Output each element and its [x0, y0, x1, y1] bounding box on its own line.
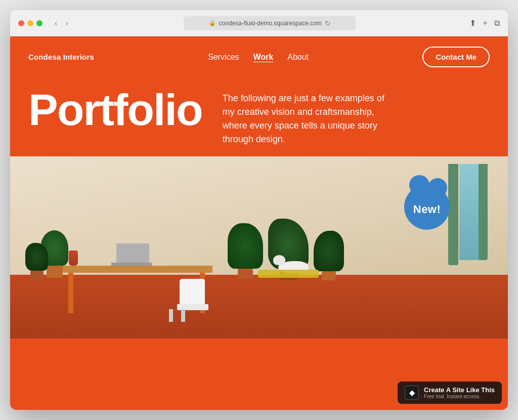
address-bar: 🔒 condesa-fluid-demo.squarespace.com ↻	[76, 16, 463, 30]
lock-icon: 🔒	[209, 20, 216, 26]
minimize-button[interactable]	[27, 20, 33, 26]
browser-chrome: ‹ › 🔒 condesa-fluid-demo.squarespace.com…	[10, 10, 508, 36]
url-text: condesa-fluid-demo.squarespace.com	[219, 20, 322, 27]
tabs-button[interactable]: ⧉	[494, 18, 500, 28]
forward-button[interactable]: ›	[63, 18, 70, 29]
window	[452, 164, 485, 265]
squarespace-icon: ◆	[405, 386, 419, 400]
squarespace-sub: Free trial. Instant access.	[424, 394, 495, 399]
squarespace-text: Create A Site Like This Free trial. Inst…	[424, 386, 495, 399]
desk-leg-left	[68, 273, 73, 313]
traffic-lights	[18, 20, 42, 26]
contact-button[interactable]: Contact Me	[422, 47, 490, 67]
site-nav: Condesa Interiors Services Work About Co…	[10, 36, 508, 77]
fullscreen-button[interactable]	[36, 20, 42, 26]
back-button[interactable]: ‹	[53, 18, 59, 29]
website-content: Condesa Interiors Services Work About Co…	[10, 36, 508, 410]
chair-leg-l	[181, 309, 185, 322]
refresh-icon[interactable]: ↻	[325, 19, 331, 27]
browser-nav: ‹ ›	[53, 18, 70, 29]
nav-services[interactable]: Services	[208, 53, 239, 61]
curtain-right	[479, 164, 488, 260]
page-title: Portfolio	[28, 88, 202, 132]
nav-work[interactable]: Work	[253, 53, 274, 61]
vase	[69, 250, 78, 266]
chair-leg-r	[169, 309, 173, 322]
squarespace-banner[interactable]: ◆ Create A Site Like This Free trial. In…	[398, 382, 502, 404]
nav-about[interactable]: About	[287, 53, 309, 61]
close-button[interactable]	[18, 20, 24, 26]
squarespace-main: Create A Site Like This	[424, 386, 495, 394]
new-badge-text: New!	[413, 203, 441, 216]
site-logo[interactable]: Condesa Interiors	[28, 53, 94, 61]
nav-links: Services Work About	[208, 53, 309, 62]
rug	[258, 270, 319, 278]
room-floor	[10, 275, 508, 339]
url-display[interactable]: 🔒 condesa-fluid-demo.squarespace.com ↻	[184, 16, 356, 30]
desk-top	[61, 266, 212, 273]
browser-actions: ⬆ ＋ ⧉	[469, 18, 500, 28]
browser-window: ‹ › 🔒 condesa-fluid-demo.squarespace.com…	[10, 10, 508, 410]
new-tab-button[interactable]: ＋	[481, 18, 489, 28]
new-badge: New!	[402, 182, 452, 232]
laptop-base	[111, 263, 152, 266]
portfolio-image: New! ◆ Create A Site Like This Free tria…	[10, 156, 508, 410]
plant-far-left	[25, 243, 48, 279]
hero-section: Portfolio The following are just a few e…	[10, 77, 508, 146]
hero-description: The following are just a few examples of…	[223, 88, 395, 146]
room-scene: New!	[10, 156, 508, 339]
share-button[interactable]: ⬆	[469, 18, 476, 28]
